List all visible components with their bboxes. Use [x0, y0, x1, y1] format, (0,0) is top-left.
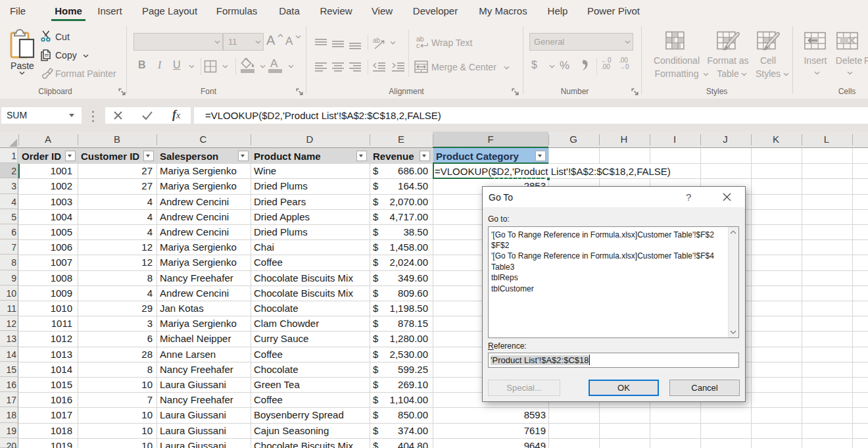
svg-text:ab: ab: [373, 37, 381, 44]
svg-text:c: c: [416, 41, 420, 49]
